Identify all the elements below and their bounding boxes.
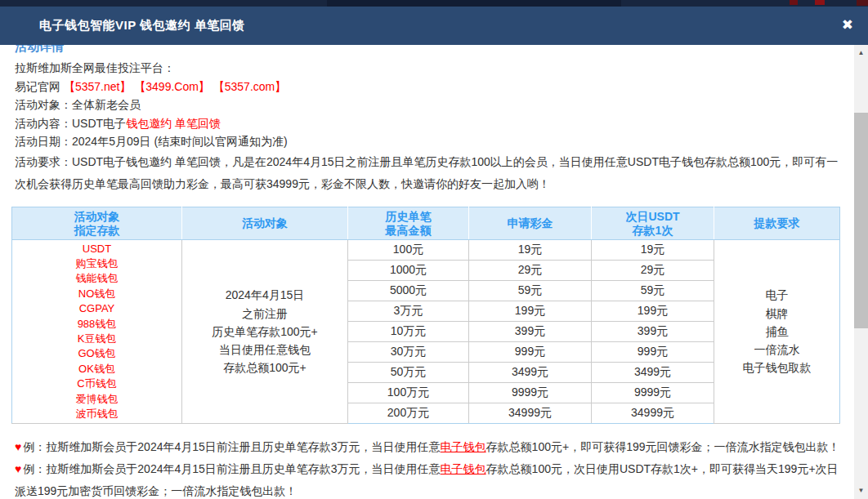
ewallet-link[interactable]: 电子钱包 <box>441 462 486 475</box>
wallet-item: 988钱包 <box>12 317 181 332</box>
content-dark: USDT电子 <box>72 117 126 130</box>
wallet-item: 钱能钱包 <box>12 271 181 286</box>
platform-intro: 拉斯维加斯全网最佳投注平台： <box>15 59 854 78</box>
deposit-cell: 3万元 <box>348 301 469 322</box>
wallet-item: 购宝钱包 <box>12 256 181 271</box>
condition-line: 存款总额100元+ <box>182 359 347 376</box>
header-apply-bonus: 申请彩金 <box>469 207 592 240</box>
wallet-item: 波币钱包 <box>12 407 181 421</box>
wallet-item: CGPAY <box>12 301 181 316</box>
activity-date-line: 活动日期：2024年5月09日 (结束时间以官网通知为准) <box>15 132 854 151</box>
condition-cell: 2024年4月15日 之前注册 历史单笔存款100元+ 当日使用任意钱包 存款总… <box>182 240 348 424</box>
wallet-item: OK钱包 <box>12 362 181 376</box>
bonus-cell: 3499元 <box>469 363 592 383</box>
bonus-cell: 199元 <box>469 301 592 322</box>
nextday-cell: 59元 <box>592 281 714 301</box>
withdraw-line: 一倍流水 <box>714 341 839 359</box>
promo-table: 活动对象指定存款 活动对象 历史单笔最高金额 申请彩金 次日USDT存款1次 提… <box>11 207 840 424</box>
wallet-item: 爱博钱包 <box>12 392 181 407</box>
wallet-item: NO钱包 <box>12 287 181 301</box>
example-text: 拉斯维加斯会员于2024年4月15日前注册且历史单笔存款3万元，当日使用任意 <box>46 440 440 453</box>
close-icon[interactable]: ✖ <box>842 16 853 34</box>
content-red: 钱包邀约 单笔回馈 <box>126 117 221 130</box>
official-sites-line: 易记官网 【5357.net】 【3499.Com】 【5357.com】 <box>15 78 854 96</box>
deposit-cell: 200万元 <box>348 403 469 424</box>
activity-content-line: 活动内容：USDT电子钱包邀约 单笔回馈 <box>15 114 854 133</box>
nextday-cell: 19元 <box>592 240 714 261</box>
modal-body: 活动详情 拉斯维加斯全网最佳投注平台： 易记官网 【5357.net】 【349… <box>0 0 854 499</box>
date-value: 2024年5月09日 (结束时间以官网通知为准) <box>72 135 288 148</box>
deposit-cell: 100万元 <box>348 383 469 403</box>
modal-header: 电子钱包智能VIP 钱包邀约 单笔回馈 ✖ <box>0 7 868 45</box>
background-red-fragment <box>790 0 798 5</box>
bonus-cell: 59元 <box>469 281 592 301</box>
wallet-item: C币钱包 <box>12 376 181 391</box>
example-text: 拉斯维加斯会员于2024年4月15日前注册且历史单笔存款3万元，当日使用任意 <box>46 462 440 475</box>
example-label: 例： <box>23 462 46 475</box>
target-label: 活动对象： <box>15 98 72 111</box>
header-nextday-usdt: 次日USDT存款1次 <box>592 207 714 240</box>
nextday-cell: 399元 <box>592 322 714 342</box>
withdraw-require-cell: 电子 棋牌 捕鱼 一倍流水 电子钱包取款 <box>714 240 840 424</box>
modal-title: 电子钱包智能VIP 钱包邀约 单笔回馈 <box>0 18 245 33</box>
table-header-row: 活动对象指定存款 活动对象 历史单笔最高金额 申请彩金 次日USDT存款1次 提… <box>12 207 840 240</box>
bonus-cell: 999元 <box>469 342 592 363</box>
header-history-max: 历史单笔最高金额 <box>348 207 469 240</box>
background-red-fragment <box>857 0 868 6</box>
heart-icon: ♥ <box>15 462 21 475</box>
background-red-fragment <box>815 0 825 5</box>
condition-line: 2024年4月15日 <box>182 286 347 304</box>
condition-line: 当日使用任意钱包 <box>182 341 347 359</box>
deposit-cell: 5000元 <box>348 281 469 301</box>
nextday-cell: 29元 <box>592 261 714 281</box>
activity-require-line: 活动要求：USDT电子钱包邀约 单笔回馈，凡是在2024年4月15日之前注册且单… <box>15 151 854 195</box>
ewallet-link[interactable]: 电子钱包 <box>441 440 486 453</box>
nextday-cell: 34999元 <box>592 403 714 424</box>
content-label: 活动内容： <box>15 117 72 130</box>
target-value: 全体新老会员 <box>72 98 141 111</box>
background-dim-text <box>327 0 621 7</box>
bonus-cell: 19元 <box>469 240 592 261</box>
vertical-scrollbar[interactable]: ▲ ▼ <box>854 45 868 499</box>
example-label: 例： <box>23 440 46 453</box>
header-withdraw-require: 提款要求 <box>714 207 840 240</box>
wallet-item: K豆钱包 <box>12 332 181 346</box>
withdraw-line: 电子 <box>714 286 839 304</box>
deposit-cell: 100元 <box>348 240 469 261</box>
condition-line: 之前注册 <box>182 305 347 323</box>
condition-line: 历史单笔存款100元+ <box>182 323 347 341</box>
example-text: 存款总额100元+，即可获得199元回馈彩金；一倍流水指定钱包出款！ <box>486 440 840 453</box>
nextday-cell: 999元 <box>592 342 714 363</box>
bonus-cell: 29元 <box>469 261 592 281</box>
deposit-cell: 1000元 <box>348 261 469 281</box>
scroll-down-icon[interactable]: ▼ <box>854 484 868 497</box>
deposit-cell: 10万元 <box>348 322 469 342</box>
withdraw-line: 电子钱包取款 <box>714 359 839 376</box>
bonus-cell: 34999元 <box>469 403 592 424</box>
nextday-cell: 199元 <box>592 301 714 322</box>
example-line-2: ♥例：拉斯维加斯会员于2024年4月15日前注册且历史单笔存款3万元，当日使用任… <box>15 458 854 499</box>
bonus-cell: 9999元 <box>469 383 592 403</box>
example-line-1: ♥例：拉斯维加斯会员于2024年4月15日前注册且历史单笔存款3万元，当日使用任… <box>15 436 854 458</box>
wallet-list-cell: USDT 购宝钱包 钱能钱包 NO钱包 CGPAY 988钱包 K豆钱包 GO钱… <box>12 240 182 424</box>
bonus-cell: 399元 <box>469 322 592 342</box>
header-activity-target: 活动对象 <box>182 207 348 240</box>
wallet-item: USDT <box>12 242 181 256</box>
scroll-up-icon[interactable]: ▲ <box>854 47 868 60</box>
sites-prefix: 易记官网 <box>15 80 60 93</box>
date-label: 活动日期： <box>15 135 72 148</box>
deposit-cell: 50万元 <box>348 363 469 383</box>
require-label: 活动要求： <box>15 155 72 168</box>
deposit-cell: 30万元 <box>348 342 469 363</box>
header-specified-deposit: 活动对象指定存款 <box>12 207 182 240</box>
require-value: USDT电子钱包邀约 单笔回馈，凡是在2024年4月15日之前注册且单笔历史存款… <box>15 155 838 190</box>
official-site-links[interactable]: 【5357.net】 【3499.Com】 【5357.com】 <box>64 80 286 93</box>
withdraw-line: 棋牌 <box>714 305 839 323</box>
wallet-item: GO钱包 <box>12 346 181 361</box>
activity-target-line: 活动对象：全体新老会员 <box>15 96 854 114</box>
nextday-cell: 3499元 <box>592 363 714 383</box>
table-row: USDT 购宝钱包 钱能钱包 NO钱包 CGPAY 988钱包 K豆钱包 GO钱… <box>12 240 840 261</box>
withdraw-line: 捕鱼 <box>714 323 839 341</box>
nextday-cell: 9999元 <box>592 383 714 403</box>
scrollbar-thumb[interactable] <box>854 113 868 328</box>
